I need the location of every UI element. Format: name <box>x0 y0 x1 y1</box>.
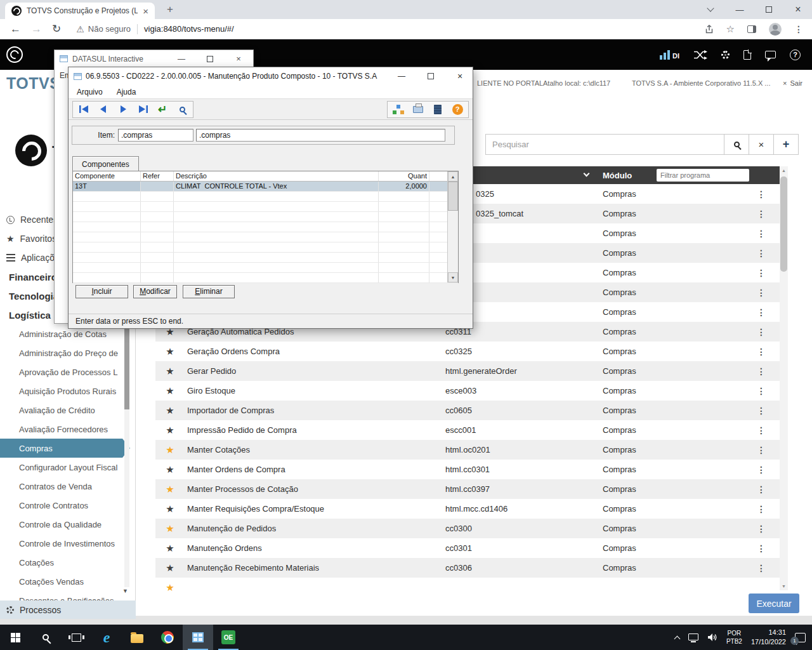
sidebar-item[interactable]: Aprovação de Processos L <box>0 362 136 381</box>
table-row[interactable]: ★Manter Processos de Cotaçãohtml.cc0397C… <box>155 479 780 499</box>
sidebar-item[interactable]: Controle Contratos <box>0 496 136 515</box>
chat-icon[interactable] <box>765 51 776 58</box>
grid-row-empty[interactable] <box>73 232 458 242</box>
logout-button[interactable]: × Sair <box>783 79 802 87</box>
table-row[interactable]: ★Manter Cotaçõeshtml.oc0201Compras⋮ <box>155 440 780 460</box>
favorite-star-icon[interactable]: ★ <box>164 563 176 573</box>
grid-row-empty[interactable] <box>73 192 458 202</box>
add-button[interactable]: + <box>773 134 799 155</box>
task-view-button[interactable] <box>61 625 91 650</box>
share-icon[interactable] <box>705 25 714 34</box>
sidebar-item[interactable]: Cotações Vendas <box>0 572 136 591</box>
row-menu-icon[interactable]: ⋮ <box>755 445 768 455</box>
clock[interactable]: 14:31 17/10/2022 <box>751 628 786 647</box>
table-row[interactable]: ★Manutenção Ordenscc0301Compras⋮ <box>155 538 780 558</box>
table-scrollbar[interactable]: ▲ ▼ <box>780 166 788 590</box>
datasul-title-bar[interactable]: DATASUL Interactive <box>55 50 253 67</box>
grid-row-empty[interactable] <box>73 273 458 283</box>
scrollbar-thumb[interactable] <box>124 321 129 409</box>
row-menu-icon[interactable]: ⋮ <box>755 543 768 554</box>
grid-row-empty[interactable] <box>73 222 458 232</box>
document-icon[interactable] <box>743 50 751 60</box>
favorite-star-icon[interactable]: ★ <box>164 583 176 592</box>
profile-avatar[interactable] <box>769 23 782 36</box>
menu-ajuda[interactable]: Ajuda <box>117 88 136 96</box>
row-menu-icon[interactable]: ⋮ <box>755 248 768 258</box>
go-button[interactable]: ↵ <box>155 103 170 116</box>
last-record-button[interactable] <box>135 103 150 116</box>
row-menu-icon[interactable]: ⋮ <box>755 189 768 199</box>
taskbar-item-chrome[interactable] <box>152 625 183 650</box>
table-row[interactable]: ★Impressão Pedido de Compraescc001Compra… <box>155 420 780 440</box>
security-warning[interactable]: ⚠ Não seguro <box>76 24 131 34</box>
start-button[interactable] <box>0 625 30 650</box>
table-row[interactable]: ★Giro Estoqueesce003Compras⋮ <box>155 381 780 401</box>
scroll-more-icon[interactable]: ▼ <box>122 588 128 594</box>
cd0222-dialog[interactable]: 06.9.5503 - CD0222 - 2.00.00.005 - Manut… <box>68 67 473 329</box>
grid-row-empty[interactable] <box>73 212 458 222</box>
table-row[interactable]: ★ <box>155 578 780 592</box>
incluir-button[interactable]: Incluir <box>75 285 128 298</box>
forward-icon[interactable]: → <box>31 23 42 34</box>
row-menu-icon[interactable]: ⋮ <box>755 307 768 317</box>
scroll-down-icon[interactable]: ▼ <box>780 582 788 590</box>
taskbar-item-explorer[interactable] <box>122 625 152 650</box>
favorite-star-icon[interactable]: ★ <box>164 504 176 514</box>
back-icon[interactable]: ← <box>10 23 21 34</box>
scrollbar-thumb[interactable] <box>448 182 458 211</box>
volume-icon[interactable] <box>707 633 717 642</box>
sidebar-item[interactable]: Compras <box>0 439 122 458</box>
item-code-field[interactable] <box>118 129 193 142</box>
language-indicator[interactable]: POR PTB2 <box>726 629 742 646</box>
grid-row-empty[interactable] <box>73 263 458 273</box>
first-record-button[interactable] <box>76 103 91 116</box>
reload-icon[interactable]: ↻ <box>52 23 61 34</box>
tab-search-icon[interactable] <box>698 0 723 19</box>
sidebar-item[interactable]: Controle de Investimentos <box>0 534 136 553</box>
gear-icon[interactable] <box>721 51 730 59</box>
help-button[interactable]: ? <box>450 103 465 116</box>
side-panel-icon[interactable] <box>747 25 756 33</box>
help-icon[interactable]: ? <box>790 50 801 60</box>
close-button[interactable]: × <box>229 50 248 67</box>
row-menu-icon[interactable]: ⋮ <box>755 347 768 357</box>
item-description-field[interactable] <box>196 129 445 142</box>
close-button[interactable]: × <box>449 67 471 85</box>
window-maximize-button[interactable] <box>756 0 782 19</box>
tab-close-icon[interactable]: × <box>143 6 148 16</box>
grid-scrollbar[interactable]: ▲ ▼ <box>447 171 458 282</box>
sidebar-item[interactable]: Avaliação de Crédito <box>0 401 136 420</box>
modificar-button[interactable]: Modificar <box>133 285 177 298</box>
report-button[interactable] <box>430 103 445 116</box>
taskbar-search-button[interactable] <box>30 625 61 650</box>
scroll-up-icon[interactable]: ▲ <box>780 166 788 175</box>
row-menu-icon[interactable]: ⋮ <box>755 209 768 219</box>
minimize-button[interactable]: — <box>391 67 412 85</box>
table-row[interactable]: ★Geração Ordens Compracc0325Compras⋮ <box>155 342 780 361</box>
previous-record-button[interactable] <box>96 103 111 116</box>
row-menu-icon[interactable]: ⋮ <box>755 386 768 396</box>
favorite-star-icon[interactable]: ★ <box>164 524 176 533</box>
table-row[interactable]: ★Manutenção de Pedidoscc0300Compras⋮ <box>155 519 780 538</box>
favorite-star-icon[interactable]: ★ <box>164 347 176 356</box>
row-menu-icon[interactable]: ⋮ <box>755 229 768 239</box>
sidebar-item[interactable]: Administração do Preço de <box>0 343 136 362</box>
favorite-star-icon[interactable]: ★ <box>164 465 176 474</box>
row-menu-icon[interactable]: ⋮ <box>755 288 768 298</box>
scroll-up-icon[interactable]: ▲ <box>448 171 458 182</box>
sidebar-item[interactable]: Configurador Layout Fiscal <box>0 458 136 477</box>
url-text[interactable]: vigia:8480/totvs-menu/#/ <box>144 24 234 34</box>
scrollbar-thumb[interactable] <box>780 176 787 272</box>
row-menu-icon[interactable]: ⋮ <box>755 504 768 514</box>
zoom-button[interactable] <box>174 103 190 116</box>
bookmark-star-icon[interactable]: ☆ <box>726 23 735 35</box>
window-minimize-button[interactable]: — <box>727 0 752 19</box>
favorite-star-icon[interactable]: ★ <box>164 543 176 553</box>
table-row[interactable]: ★Importador de Comprascc0605Compras⋮ <box>155 401 780 420</box>
di-indicator[interactable]: DI <box>660 50 679 60</box>
taskbar-item-openedge[interactable]: OE <box>213 625 244 650</box>
sidebar-item[interactable]: Avaliação Fornecedores <box>0 420 136 439</box>
table-row[interactable]: ★Gerar Pedidohtml.generateOrderCompras⋮ <box>155 361 780 381</box>
sidebar-item[interactable]: Contratos de Venda <box>0 477 136 496</box>
maximize-button[interactable] <box>200 50 219 67</box>
